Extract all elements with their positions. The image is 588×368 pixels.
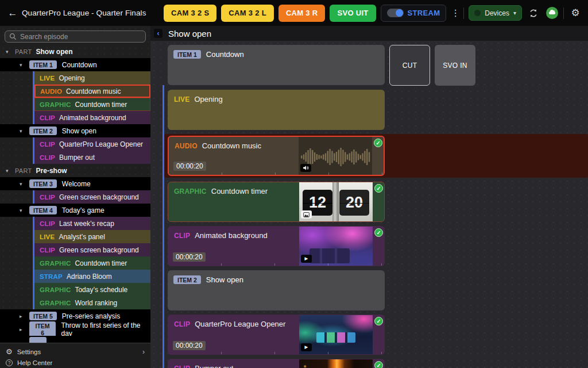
chevron-right-icon: ›: [142, 348, 145, 356]
tree-media-row[interactable]: GRAPHIC Countdown timer: [34, 256, 150, 270]
media-label: Analyst’s panel: [59, 233, 105, 241]
gear-icon[interactable]: ⚙: [568, 6, 582, 20]
devices-label: Devices: [485, 9, 509, 17]
media-card[interactable]: CLIP QuarterPro League Opener ▶: [168, 315, 385, 355]
media-type-tag: GRAPHIC: [40, 286, 71, 293]
tree-media-row[interactable]: CLIP Last week’s recap: [34, 217, 150, 230]
media-type-tag: AUDIO: [175, 142, 198, 150]
media-type-tag: CLIP: [40, 194, 55, 201]
tree-media-row[interactable]: CLIP Green screen background: [34, 190, 150, 204]
speaker-icon: [300, 164, 311, 172]
media-card[interactable]: GRAPHIC Countdown timer 2012 ▶: [168, 182, 385, 222]
cam-button[interactable]: CAM 3 2 L: [221, 5, 274, 22]
collapse-panel-button[interactable]: ‹: [154, 29, 163, 38]
cloud-status-icon[interactable]: [545, 6, 559, 20]
item-badge: ITEM 3: [29, 179, 57, 188]
cam-button[interactable]: CAM 3 R: [278, 5, 326, 22]
item-badge: ITEM 1: [173, 50, 201, 59]
tree-item-row[interactable]: ▾ ITEM 4 Today’s game: [0, 204, 150, 217]
tree-media-row[interactable]: LIVE Analyst’s panel: [34, 230, 150, 243]
duration-badge: 00:00:20: [173, 162, 206, 171]
devices-dropdown[interactable]: Devices ▾: [469, 5, 522, 21]
tree-item-row[interactable]: [0, 336, 150, 343]
caret-icon[interactable]: ▸: [20, 313, 25, 319]
transport-button[interactable]: SVO IN: [435, 45, 475, 86]
duration-badge: 00:00:20: [173, 252, 206, 262]
caret-icon[interactable]: ▾: [6, 49, 11, 55]
topbar: ← QuarterPro League - Quarter Finals CAM…: [0, 0, 588, 26]
caret-icon[interactable]: ▾: [6, 168, 11, 174]
item-badge: ITEM 2: [173, 275, 201, 284]
cam-button[interactable]: CAM 3 2 S: [164, 5, 216, 22]
media-label: Green screen background: [59, 246, 139, 254]
cam-button[interactable]: SVO UIT: [330, 5, 376, 22]
media-label: Today’s schedule: [75, 286, 127, 294]
item-card[interactable]: ITEM 1 Countdown: [168, 45, 385, 85]
part-label: Pre-show: [36, 167, 67, 175]
item-card[interactable]: ITEM 2 Show open: [168, 270, 385, 310]
gear-icon: ⚙: [6, 347, 13, 356]
search-icon: [9, 33, 17, 40]
tree-item-row[interactable]: ▾ ITEM 2 Show open: [0, 124, 150, 137]
caret-icon[interactable]: ▸: [20, 327, 25, 332]
sync-icon[interactable]: [527, 6, 540, 20]
tree-part-row[interactable]: ▾ PART Pre-show: [0, 164, 150, 177]
tree-part-row[interactable]: ▾ PART Show open: [0, 45, 150, 58]
item-label: Show open: [62, 127, 96, 135]
kebab-menu-icon[interactable]: ⋮: [451, 7, 459, 18]
settings-item[interactable]: ⚙ Settings ›: [6, 346, 145, 357]
media-thumbnail: ▶: [299, 137, 372, 175]
media-label: Bumper out: [59, 154, 95, 162]
tree-item-row[interactable]: ▾ ITEM 3 Welcome: [0, 177, 150, 190]
media-label: Opening: [59, 74, 84, 82]
tree-item-row[interactable]: ▾ ITEM 1 Countdown: [0, 58, 150, 71]
item-badge: ITEM 4: [29, 206, 57, 214]
back-arrow-icon[interactable]: ←: [6, 7, 20, 19]
tree-item-row[interactable]: ▸ ITEM 6 Throw to first series of the da…: [0, 323, 150, 336]
item-label: Countdown: [206, 50, 244, 59]
media-card[interactable]: AUDIO Countdown music ▶ 0: [168, 136, 385, 176]
part-tag: PART: [15, 48, 32, 55]
part-label: Show open: [36, 48, 73, 56]
tree-media-row[interactable]: STRAP Adriano Bloom: [34, 270, 150, 283]
tree-media-row[interactable]: CLIP Animated background: [34, 111, 150, 124]
help-icon: ?: [6, 359, 13, 366]
topbar-divider: [563, 7, 564, 19]
media-label: Opening: [194, 95, 222, 103]
media-label: Last week’s recap: [59, 220, 114, 228]
tree-media-row[interactable]: CLIP Bumper out: [34, 151, 150, 164]
check-status-icon: ✓: [374, 228, 383, 237]
tree-media-row[interactable]: GRAPHIC Today’s schedule: [34, 283, 150, 296]
media-card[interactable]: CLIP Animated background ▶: [168, 226, 385, 266]
check-status-icon: ✓: [374, 184, 383, 193]
rundown-item-list: ITEM 1 Countdown CUTSVO IN LIVE Opening …: [163, 41, 588, 368]
media-type-tag: GRAPHIC: [40, 101, 71, 108]
tree-media-row[interactable]: GRAPHIC Countdown timer: [34, 98, 150, 111]
caret-icon[interactable]: ▾: [20, 128, 25, 134]
tree-media-row[interactable]: CLIP QuarterPro League Opener: [34, 137, 150, 151]
media-card[interactable]: CLIP Bumper out ▶: [168, 359, 385, 368]
media-type-tag: CLIP: [40, 141, 55, 148]
check-status-icon: ✓: [374, 361, 383, 368]
play-icon: ▶: [301, 255, 312, 263]
media-label: Countdown music: [202, 141, 261, 150]
main-media-row: CLIP Animated background ▶: [168, 226, 588, 266]
stream-toggle-button[interactable]: STREAM: [381, 5, 447, 22]
search-input[interactable]: [20, 33, 141, 41]
item-badge: ITEM 6: [29, 321, 56, 337]
transport-button[interactable]: CUT: [389, 45, 430, 86]
item-label: Pre-series analysis: [62, 312, 120, 320]
caret-icon[interactable]: ▾: [20, 181, 25, 187]
tree-media-row[interactable]: AUDIO Countdown music: [34, 85, 150, 98]
tree-media-row[interactable]: LIVE Opening: [34, 71, 150, 85]
help-center-item[interactable]: ? Help Center: [6, 357, 145, 368]
media-card[interactable]: LIVE Opening ▶: [168, 90, 385, 130]
tree-media-row[interactable]: CLIP Green screen background: [34, 243, 150, 256]
caret-icon[interactable]: ▾: [20, 208, 25, 213]
media-type-tag: GRAPHIC: [40, 260, 71, 267]
caret-icon[interactable]: ▾: [20, 62, 25, 68]
stream-toggle-track[interactable]: [387, 9, 404, 17]
flip-clock-digit: 20: [339, 190, 369, 216]
tree-media-row[interactable]: GRAPHIC World ranking: [34, 296, 150, 309]
media-type-tag: GRAPHIC: [174, 187, 207, 195]
